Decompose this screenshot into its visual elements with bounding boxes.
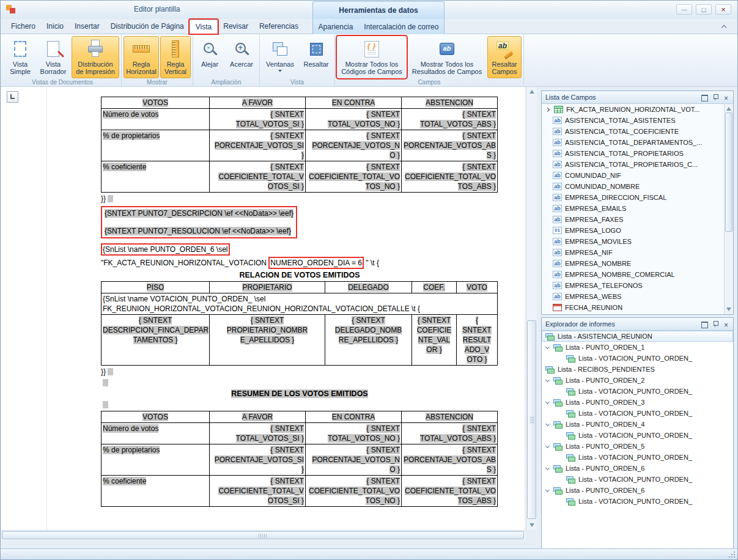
report-explorer-item[interactable]: Lista - ASISTENCIA_REUNION <box>542 331 733 342</box>
field-list-item[interactable]: COMUNIDAD_NOMBRE <box>542 181 724 192</box>
report-explorer-item[interactable]: Lista - VOTACION_PUNTO_ORDEN_ <box>542 408 733 419</box>
field-code-cell[interactable]: { SNTEXT PORCENTAJE_VOTOS_SI } <box>210 130 306 161</box>
tab-referencias[interactable]: Referencias <box>254 20 304 34</box>
scroll-down-arrow-icon[interactable] <box>726 308 731 311</box>
field-code-cell[interactable]: { SNTEXT TOTAL_VOTOS_NO } <box>306 109 402 130</box>
field-list-item[interactable]: EMPRESA_FAXES <box>542 214 724 225</box>
vista-simple-button[interactable]: Vista Simple <box>6 36 35 78</box>
horizontal-scrollbar-thumb[interactable] <box>2 531 524 539</box>
report-explorer-item[interactable]: Lista - PUNTO_ORDEN_6 <box>542 485 733 496</box>
vertical-scrollbar-thumb[interactable] <box>527 320 536 519</box>
field-list-item[interactable]: EMPRESA_NOMBRE <box>542 258 724 269</box>
collapse-chevron-icon[interactable] <box>545 443 550 448</box>
field-list-item[interactable]: FK_ACTA_REUNION_HORIZONTAL_VOT... <box>542 104 724 115</box>
distribucion-impresion-button[interactable]: Distribución de Impresión <box>72 36 119 78</box>
field-code-cell[interactable]: { SNTEXT TOTAL_VOTOS_ABS } <box>402 109 498 130</box>
regla-horizontal-button[interactable]: Regla Horizontal <box>124 36 159 78</box>
snlist-code-cell[interactable]: {SnList \name VOTACION_PUNTO_ORDEN_ \sel… <box>101 293 498 315</box>
field-code-cell[interactable]: { SNTEXT COEFICIENTE_TOTAL_VO TOS_ABS } <box>402 476 498 507</box>
field-code-cell[interactable]: { SNTEXT PORCENTAJE_VOTOS_N O } <box>306 130 402 161</box>
document-page[interactable]: VOTOSA FAVOREN CONTRAABSTENCIONNúmero de… <box>46 87 525 530</box>
report-explorer-item[interactable]: Lista - PUNTO_ORDEN_5 <box>542 441 733 452</box>
votes-column-header[interactable]: EN CONTRA <box>306 411 402 423</box>
tab-vista[interactable]: Vista <box>190 20 218 34</box>
tab-intercalacion-correo[interactable]: Intercalación de correo <box>358 20 444 34</box>
field-list-item[interactable]: EMPRESA_MOVILES <box>542 236 724 247</box>
collapse-chevron-icon[interactable] <box>545 399 550 403</box>
field-list-item[interactable]: EMPRESA_DIRECCION_FISCAL <box>542 192 724 203</box>
report-explorer-item[interactable]: Lista - PUNTO_ORDEN_1 <box>542 342 733 353</box>
vertical-scrollbar[interactable] <box>526 87 537 530</box>
votes-column-header[interactable]: ABSTENCION <box>402 411 498 423</box>
report-explorer-item[interactable]: Lista - PUNTO_ORDEN_3 <box>542 397 733 408</box>
field-code-cell[interactable]: { SNTEXT COEFICIENTE_TOTAL_VO TOS_ABS } <box>402 161 498 193</box>
mostrar-codigos-campos-button[interactable]: Mostrar Todos los Códigos de Campos <box>337 36 407 78</box>
collapse-ribbon-button[interactable] <box>719 23 729 32</box>
report-explorer-item[interactable]: Lista - RECIBOS_PENDIENTES <box>542 364 733 375</box>
report-explorer-item[interactable]: Lista - PUNTO_ORDEN_2 <box>542 375 733 386</box>
horizontal-scrollbar[interactable] <box>1 530 526 540</box>
votes-column-header[interactable]: VOTOS <box>101 97 210 109</box>
votes-row-label-cell[interactable]: % coeficiente <box>101 161 210 193</box>
maximize-panel-icon[interactable] <box>699 320 709 328</box>
field-code-cell[interactable]: { SNTEXT PORCENTAJE_VOTOS_SI } <box>210 444 306 476</box>
pin-panel-icon[interactable] <box>710 93 720 101</box>
field-code-cell[interactable]: { SNTEXT DESCRIPCION_FINCA_DEPAR TAMENTO… <box>101 315 210 366</box>
field-list-scrollbar-thumb[interactable] <box>725 112 732 232</box>
collapse-chevron-icon[interactable] <box>545 421 550 426</box>
field-code-cell[interactable]: { SNTEXT TOTAL_VOTOS_NO } <box>306 423 402 444</box>
vista-borrador-button[interactable]: Vista Borrador <box>36 36 70 78</box>
field-list-item[interactable]: ASISTENCIA_TOTAL_ASISTENTES <box>542 115 724 126</box>
field-list-scrollbar[interactable] <box>724 104 733 314</box>
maximize-button[interactable] <box>696 4 712 15</box>
field-code-cell[interactable]: { SNTEXT PROPIETARIO_NOMBR E_APELLIDOS } <box>210 315 325 366</box>
votos-emitidos-table[interactable]: PISOPROPIETARIODELEGADOCOEF.VOTO{SnList … <box>101 281 498 366</box>
votes-column-header[interactable]: EN CONTRA <box>306 97 402 109</box>
field-list-item[interactable]: EMPRESA_NOMBRE_COMERCIAL <box>542 269 724 280</box>
tab-stop-selector[interactable] <box>7 91 18 103</box>
mostrar-resultados-campos-button[interactable]: Mostrar Todos los Resultados de Campos <box>408 36 486 78</box>
detail-column-header[interactable]: PROPIETARIO <box>210 282 325 293</box>
field-code-cell[interactable]: { SNTEXT RESULT ADO_V OTO } <box>457 315 498 366</box>
detail-column-header[interactable]: DELEGADO <box>325 282 412 293</box>
collapse-chevron-icon[interactable] <box>545 377 550 381</box>
field-list-item[interactable]: ASISTENCIA_TOTAL_COEFICIENTE <box>542 126 724 137</box>
field-code-cell[interactable]: { SNTEXT COEFICIENTE_TOTAL_VO TOS_NO } <box>306 476 402 507</box>
votes-row-label-cell[interactable]: % coeficiente <box>101 476 210 507</box>
maximize-panel-icon[interactable] <box>699 93 709 101</box>
resize-grip-icon[interactable] <box>728 550 736 558</box>
votes-summary-table-bottom[interactable]: VOTOSA FAVOREN CONTRAABSTENCIONNúmero de… <box>101 411 498 507</box>
field-code-cell[interactable]: { SNTEXT COEFICIE NTE_VAL OR } <box>412 315 457 366</box>
field-list-item[interactable]: ASISTENCIA_TOTAL_PROPIETARIOS <box>542 148 724 159</box>
votes-summary-table-top[interactable]: VOTOSA FAVOREN CONTRAABSTENCIONNúmero de… <box>101 97 498 193</box>
detail-column-header[interactable]: VOTO <box>457 282 498 293</box>
tab-insertar[interactable]: Insertar <box>69 20 105 34</box>
field-list-item[interactable]: EMPRESA_EMAILS <box>542 203 724 214</box>
field-list-item[interactable]: EMPRESA_LOGO <box>542 225 724 236</box>
collapse-chevron-icon[interactable] <box>545 487 550 492</box>
field-code-cell[interactable]: { SNTEXT COEFICIENTE_TOTAL_V OTOS_SI } <box>210 476 306 507</box>
close-button[interactable] <box>715 4 731 15</box>
tab-distribucion-pagina[interactable]: Distribución de Página <box>105 20 190 34</box>
detail-column-header[interactable]: PISO <box>101 282 210 293</box>
field-code-cell[interactable]: { SNTEXT DELEGADO_NOMB RE_APELLIDOS } <box>325 315 412 366</box>
close-panel-icon[interactable] <box>721 320 731 328</box>
document-editor[interactable]: VOTOSA FAVOREN CONTRAABSTENCIONNúmero de… <box>1 87 526 530</box>
scroll-up-arrow-icon[interactable] <box>726 107 731 111</box>
field-code-cell[interactable]: { SNTEXT TOTAL_VOTOS_SI } <box>210 423 306 444</box>
acercar-button[interactable]: Acercar <box>226 36 257 78</box>
ventanas-button[interactable]: Ventanas <box>262 36 298 78</box>
report-explorer-item[interactable]: Lista - PUNTO_ORDEN_6 <box>542 463 733 474</box>
resaltar-campos-button[interactable]: Resaltar Campos <box>487 36 522 78</box>
pin-panel-icon[interactable] <box>710 320 720 328</box>
detail-column-header[interactable]: COEF. <box>412 282 457 293</box>
tab-revisar[interactable]: Revisar <box>218 20 254 34</box>
report-explorer-item[interactable]: Lista - VOTACION_PUNTO_ORDEN_ <box>542 430 733 441</box>
field-code-cell[interactable]: { SNTEXT COEFICIENTE_TOTAL_V OTOS_SI } <box>210 161 306 193</box>
field-list-item[interactable]: EMPRESA_NIF <box>542 247 724 258</box>
field-list-item[interactable]: ASISTENCIA_TOTAL_DEPARTAMENTOS_... <box>542 137 724 148</box>
tab-fichero[interactable]: Fichero <box>6 20 41 34</box>
scroll-up-arrow-icon[interactable] <box>530 90 534 94</box>
collapse-chevron-icon[interactable] <box>545 344 550 348</box>
field-code-cell[interactable]: { SNTEXT TOTAL_VOTOS_ABS } <box>402 423 498 444</box>
